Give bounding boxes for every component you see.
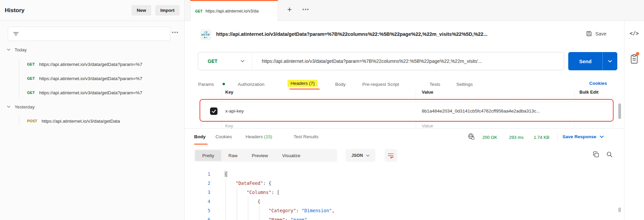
response-tab-body[interactable]: Body xyxy=(194,134,206,139)
history-item[interactable]: POST https://api.atinternet.io/v3/data/g… xyxy=(27,116,184,126)
tab-headers[interactable]: Headers (7) xyxy=(288,80,318,87)
tab-tests[interactable]: Tests xyxy=(430,80,440,89)
method-badge: GET xyxy=(27,62,35,66)
method-badge: GET xyxy=(27,76,35,80)
view-raw[interactable]: Raw xyxy=(221,150,245,161)
format-value: JSON xyxy=(351,153,363,158)
header-enabled-checkbox[interactable] xyxy=(210,107,217,115)
history-more-menu[interactable]: ••• xyxy=(172,30,179,35)
line-number: 5 xyxy=(185,208,210,213)
line-number: 3 xyxy=(185,190,210,195)
search-icon[interactable] xyxy=(606,151,613,158)
bulk-edit-button[interactable]: Bulk Edit xyxy=(579,90,598,95)
response-time[interactable]: 293 ms xyxy=(509,135,524,140)
history-section-today[interactable]: Today xyxy=(7,45,27,54)
new-button[interactable]: New xyxy=(132,5,151,16)
chevron-down-icon xyxy=(240,60,245,63)
send-button[interactable]: Send xyxy=(568,52,617,70)
response-body-editor[interactable]: 1{2 "DataFeed": {3 "Columns": [4 {5 "Cat… xyxy=(185,167,624,220)
response-view-switcher: Pretty Raw Preview Visualize xyxy=(194,149,337,162)
tab-params[interactable]: Params xyxy=(198,80,214,89)
url-builder: GET https://api.atinternet.io/v3/data/ge… xyxy=(198,52,564,70)
response-tab-headers[interactable]: Headers (15) xyxy=(246,134,272,139)
headers-scrollbar[interactable] xyxy=(618,103,621,119)
history-sidebar: History New Import ••• Today GET https:/… xyxy=(0,0,185,220)
line-number: 4 xyxy=(185,199,210,204)
history-item-url: https://api.atinternet.io/v3/data/getDat… xyxy=(42,119,120,124)
active-request-tab[interactable]: GET https://api.atinternet.io/v3/da xyxy=(190,0,278,21)
history-filter-input[interactable] xyxy=(8,27,170,41)
history-item[interactable]: GET https://api.atinternet.io/v3/data/ge… xyxy=(27,59,184,69)
code-line: 3 "Columns": [ xyxy=(185,188,624,197)
method-value: GET xyxy=(208,58,217,64)
response-scrollbar[interactable] xyxy=(618,207,621,212)
save-button[interactable]: Save xyxy=(586,30,606,37)
history-section-yesterday[interactable]: Yesterday xyxy=(7,102,35,111)
chevron-down-icon xyxy=(366,154,370,157)
value-placeholder[interactable]: Value xyxy=(422,123,433,128)
tab-body[interactable]: Body xyxy=(335,80,346,89)
method-dropdown[interactable]: GET xyxy=(198,52,252,70)
postman-app: History New Import ••• Today GET https:/… xyxy=(0,0,644,220)
new-tab-button[interactable]: + xyxy=(284,5,295,14)
section-guide-line xyxy=(19,115,19,126)
tab-authorization[interactable]: Authorization xyxy=(238,80,264,89)
tab-settings[interactable]: Settings xyxy=(456,80,473,89)
line-number: 1 xyxy=(185,171,210,177)
request-tab-strip: GET https://api.atinternet.io/v3/da + ••… xyxy=(185,0,644,21)
request-panel: HTTP https://api.atinternet.io/v3/data/g… xyxy=(185,21,624,220)
headers-count: (15) xyxy=(264,134,272,139)
active-response-tab-underline xyxy=(194,144,208,145)
view-pretty[interactable]: Pretty xyxy=(195,150,221,161)
table-row xyxy=(198,102,614,121)
history-item-url: https://api.atinternet.io/v3/data/getDat… xyxy=(39,62,142,67)
sidebar-header: History New Import xyxy=(0,0,184,21)
header-value-cell[interactable]: 8b1a484e2034_0d3141cb5fc4762cff956aa4e2a… xyxy=(422,108,540,114)
header-key-cell[interactable]: x-api-key xyxy=(225,108,244,114)
view-preview[interactable]: Preview xyxy=(245,150,275,161)
clipboard-icon[interactable] xyxy=(630,54,639,64)
notification-dot xyxy=(636,52,639,55)
key-placeholder[interactable]: Key xyxy=(225,123,233,128)
line-number: 2 xyxy=(185,180,210,186)
import-button[interactable]: Import xyxy=(155,5,180,16)
tab-url-label: https://api.atinternet.io/v3/da xyxy=(206,9,259,14)
indent-guide xyxy=(248,197,248,220)
status-badge[interactable]: 200 OK xyxy=(482,135,497,140)
tab-prerequest-script[interactable]: Pre-request Script xyxy=(362,80,399,89)
code-line: 6 "Name": "page" xyxy=(185,215,624,220)
value-column-header: Value xyxy=(422,90,433,95)
tab-options-menu[interactable]: ••• xyxy=(302,7,309,12)
history-item-url: https://api.atinternet.io/v3/data/getDat… xyxy=(39,90,142,95)
response-panel: Body Cookies Headers (15) Test Results 2… xyxy=(185,128,624,220)
cookies-link[interactable]: Cookies xyxy=(589,81,607,86)
indent-guide xyxy=(237,188,237,220)
copy-icon[interactable] xyxy=(593,151,599,158)
history-item[interactable]: GET https://api.atinternet.io/v3/data/ge… xyxy=(27,88,184,97)
chevron-down-icon xyxy=(7,105,10,108)
code-snippet-icon[interactable]: </> xyxy=(624,30,644,36)
divider xyxy=(557,133,558,142)
save-icon xyxy=(586,30,592,37)
history-item[interactable]: GET https://api.atinternet.io/v3/data/ge… xyxy=(27,74,184,83)
response-tab-test-results[interactable]: Test Results xyxy=(294,134,319,139)
url-input[interactable]: https://api.atinternet.io/v3/data/getDat… xyxy=(252,52,564,70)
tab-method-badge: GET xyxy=(195,9,203,13)
view-visualize[interactable]: Visualize xyxy=(275,150,307,161)
save-response-button[interactable]: Save Response xyxy=(562,134,604,139)
headers-table: Key Value Bulk Edit x-api-key 8b1a484e20… xyxy=(185,90,624,128)
history-item-url: https://api.atinternet.io/v3/data/getDat… xyxy=(39,76,142,81)
format-dropdown[interactable]: JSON xyxy=(346,149,375,162)
method-badge: GET xyxy=(27,91,35,95)
method-badge: POST xyxy=(27,119,37,123)
section-label: Today xyxy=(15,47,27,52)
wrap-text-button[interactable] xyxy=(385,149,397,162)
send-label: Send xyxy=(568,52,602,70)
response-tab-cookies[interactable]: Cookies xyxy=(215,134,232,139)
send-options-chevron-icon[interactable] xyxy=(602,52,617,70)
code-line: 5 "Category": "Dimension", xyxy=(185,206,624,215)
response-size[interactable]: 1.74 KB xyxy=(534,135,549,140)
indent-guide xyxy=(226,178,226,220)
network-globe-icon[interactable] xyxy=(467,133,475,140)
code-line: 1{ xyxy=(185,169,624,178)
